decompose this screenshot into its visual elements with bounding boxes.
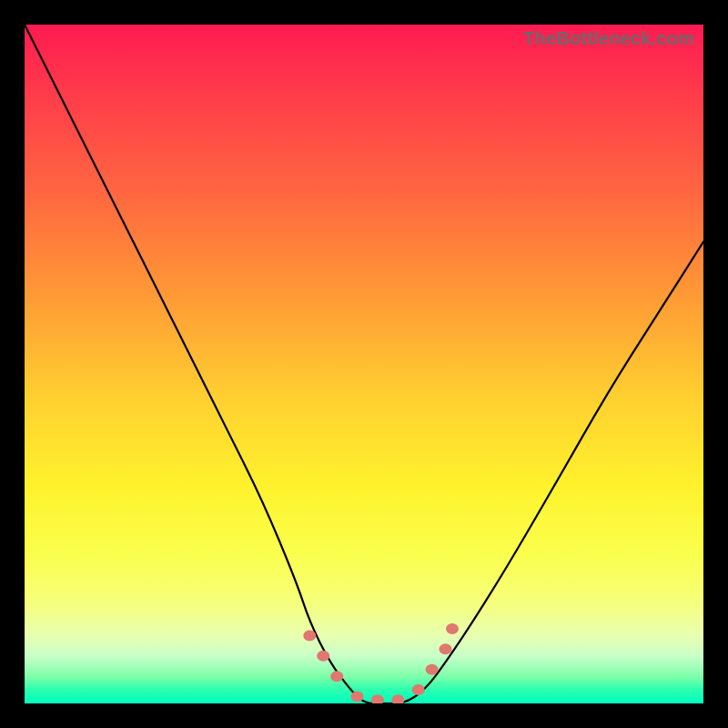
marker-point — [351, 692, 364, 703]
marker-point — [440, 643, 452, 654]
marker-point — [317, 651, 329, 662]
marker-point — [330, 671, 343, 682]
curve-svg — [25, 25, 703, 703]
marker-point — [426, 664, 439, 675]
chart-frame: TheBottleneck.com — [0, 0, 728, 728]
marker-point — [371, 694, 384, 703]
plot-area: TheBottleneck.com — [25, 25, 703, 703]
bottleneck-curve — [25, 25, 703, 703]
marker-point — [303, 630, 316, 641]
marker-point — [391, 694, 404, 703]
marker-point — [446, 623, 459, 634]
marker-point — [412, 684, 425, 695]
marker-group — [303, 623, 459, 703]
